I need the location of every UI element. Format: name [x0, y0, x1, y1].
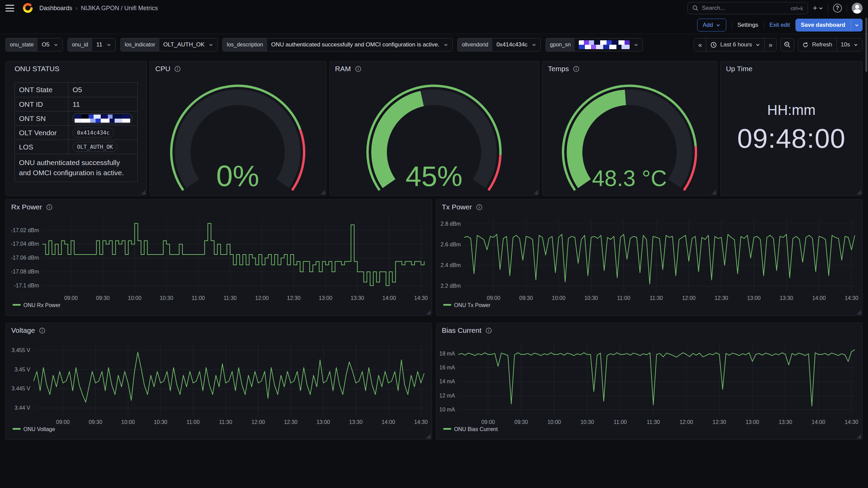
variable-label: gpon_sn: [546, 38, 575, 51]
panel-resize-handle[interactable]: [141, 190, 145, 195]
info-icon[interactable]: [573, 66, 579, 72]
panel-title[interactable]: Rx Power: [11, 203, 53, 211]
info-icon[interactable]: [39, 327, 45, 334]
panel-temps-gauge: Temps 48.3 °C: [542, 61, 717, 196]
panel-title[interactable]: CPU: [155, 65, 181, 73]
time-back-button[interactable]: «: [694, 38, 706, 51]
clock-icon: [710, 42, 717, 48]
svg-text:10:30: 10:30: [580, 419, 594, 425]
svg-text:14 mA: 14 mA: [439, 379, 455, 384]
svg-text:10:30: 10:30: [584, 295, 598, 301]
search-input[interactable]: Search... ctrl+k: [687, 2, 808, 14]
uptime-value: 09:48:00: [721, 123, 862, 154]
user-avatar[interactable]: [852, 3, 863, 14]
time-forward-button[interactable]: »: [764, 38, 776, 51]
variable-oltvendorid[interactable]: oltvendorid0x414c434c: [457, 38, 541, 52]
panel-title[interactable]: RAM: [335, 65, 361, 73]
variable-los_indicator[interactable]: los_indicatorOLT_AUTH_OK: [120, 38, 218, 52]
zoom-out-button[interactable]: [780, 38, 794, 52]
svg-text:12:30: 12:30: [287, 295, 300, 301]
status-badge: OLT_AUTH_OK: [73, 142, 117, 152]
search-shortcut: ctrl+k: [791, 5, 803, 11]
panel-ram-gauge: RAM 45%: [329, 61, 539, 196]
info-icon[interactable]: [476, 204, 482, 210]
info-icon[interactable]: [46, 204, 53, 210]
info-icon[interactable]: [174, 66, 181, 72]
svg-text:11:00: 11:00: [614, 419, 627, 425]
cell-value: O5: [73, 86, 82, 94]
svg-text:13:00: 13:00: [319, 295, 332, 301]
svg-text:12:00: 12:00: [679, 419, 693, 425]
redacted-value: [579, 40, 630, 49]
refresh-interval-picker[interactable]: 10s: [836, 38, 862, 51]
variable-onu_state[interactable]: onu_stateO5: [5, 38, 63, 52]
svg-text:09:00: 09:00: [481, 419, 495, 425]
svg-text:11:30: 11:30: [219, 419, 232, 425]
variable-gpon_sn[interactable]: gpon_sn: [546, 38, 643, 52]
breadcrumb-dashboards[interactable]: Dashboards: [39, 5, 72, 12]
svg-text:2.6 dBm: 2.6 dBm: [441, 242, 461, 247]
svg-text:18 mA: 18 mA: [439, 351, 455, 357]
variable-onu_id[interactable]: onu_id11: [67, 38, 116, 52]
cell-label: ONT SN: [15, 111, 68, 125]
scrollbar[interactable]: [865, 18, 867, 72]
panel-title[interactable]: Voltage: [11, 326, 45, 334]
svg-text:14:00: 14:00: [382, 295, 396, 301]
variable-value-box[interactable]: 11: [92, 38, 115, 51]
add-button[interactable]: Add: [697, 19, 726, 32]
variable-label: oltvendorid: [458, 38, 492, 51]
variable-value-box[interactable]: ONU authenticated successfully and OMCI …: [267, 38, 452, 51]
info-icon[interactable]: [355, 66, 361, 72]
svg-text:13:00: 13:00: [316, 419, 330, 425]
info-icon[interactable]: [486, 327, 492, 334]
panel-title[interactable]: Up Time: [726, 65, 752, 73]
svg-text:13:30: 13:30: [349, 419, 362, 425]
variable-value: 0x414c434c: [496, 41, 528, 48]
grafana-logo-icon[interactable]: [22, 3, 33, 14]
variables-row: onu_stateO5onu_id11los_indicatorOLT_AUTH…: [5, 38, 643, 52]
exit-edit-button[interactable]: Exit edit: [769, 22, 790, 28]
rx-chart-svg[interactable]: -17.02 dBm-17.04 dBm-17.06 dBm-17.08 dBm…: [6, 200, 431, 315]
panel-tx-power: Tx Power 2.8 dBm2.6 dBm2.4 dBm2.2 dBm09:…: [436, 199, 863, 316]
panel-title[interactable]: Temps: [548, 65, 579, 73]
panel-title[interactable]: ONU STATUS: [15, 65, 59, 73]
panel-title[interactable]: Tx Power: [442, 203, 482, 211]
svg-text:16 mA: 16 mA: [439, 365, 455, 370]
settings-button[interactable]: Settings: [737, 22, 758, 28]
svg-text:2.4 dBm: 2.4 dBm: [441, 262, 461, 268]
help-icon[interactable]: ?: [833, 4, 842, 13]
panel-title[interactable]: Bias Current: [442, 326, 492, 334]
chevron-down-icon: [54, 42, 58, 47]
nav-divider: [847, 4, 847, 13]
chevrons-right-icon: »: [769, 41, 772, 48]
bias-chart-svg[interactable]: 18 mA16 mA14 mA12 mA10 mA09:0009:3010:00…: [436, 323, 862, 439]
cell-value: 11: [73, 100, 80, 108]
panel-resize-handle[interactable]: [857, 190, 861, 195]
chevron-down-icon: [634, 42, 638, 47]
chevron-down-icon: [532, 42, 536, 47]
toolbar-divider: [732, 21, 732, 29]
svg-text:ONU Voltage: ONU Voltage: [23, 426, 55, 432]
svg-text:14:30: 14:30: [845, 419, 858, 425]
tx-chart-svg[interactable]: 2.8 dBm2.6 dBm2.4 dBm2.2 dBm09:0009:3010…: [436, 200, 862, 315]
svg-text:12:30: 12:30: [714, 295, 728, 301]
svg-text:10:30: 10:30: [154, 419, 167, 425]
save-options-button[interactable]: [851, 19, 863, 32]
svg-text:ONU Bias Current: ONU Bias Current: [454, 426, 498, 432]
dashboard-controls: onu_stateO5onu_id11los_indicatorOLT_AUTH…: [5, 38, 863, 52]
svg-text:14:00: 14:00: [381, 419, 395, 425]
variable-value-box[interactable]: O5: [38, 38, 62, 51]
refresh-button[interactable]: Refresh: [798, 38, 836, 51]
voltage-chart-svg[interactable]: 3.455 V3.45 V3.445 V3.44 V09:0009:3010:0…: [6, 323, 431, 439]
variable-value-box[interactable]: OLT_AUTH_OK: [159, 38, 218, 51]
variable-value-box[interactable]: 0x414c434c: [492, 38, 540, 51]
variable-value-box[interactable]: [575, 38, 643, 51]
new-button[interactable]: +: [813, 4, 823, 13]
time-range-picker[interactable]: Last 6 hours: [706, 38, 764, 51]
panel-bias-current: Bias Current 18 mA16 mA14 mA12 mA10 mA09…: [436, 323, 863, 440]
menu-icon[interactable]: [5, 5, 14, 12]
save-dashboard-button[interactable]: Save dashboard: [795, 19, 863, 32]
variable-value: OLT_AUTH_OK: [163, 41, 205, 48]
svg-text:11:00: 11:00: [186, 419, 200, 425]
variable-los_description[interactable]: los_descriptionONU authenticated success…: [222, 38, 453, 52]
